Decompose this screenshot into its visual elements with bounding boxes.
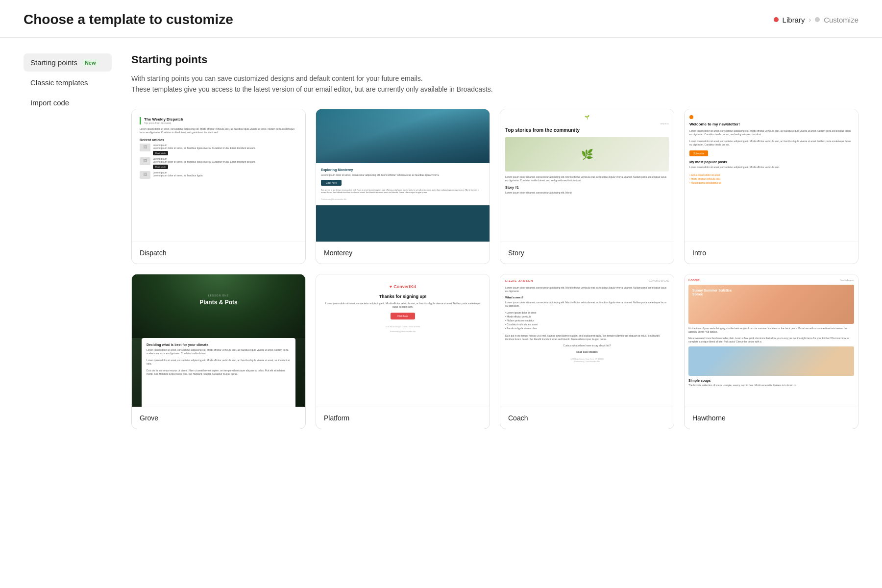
template-card-coach[interactable]: LIZZIE JANSEN COACH & SPEAK Lorem ipsum … [500, 274, 674, 429]
page-header: Choose a template to customize Library ›… [0, 0, 882, 38]
sidebar-label-import-code: Import code [30, 98, 69, 107]
template-preview-hawthorne: Foodie Read in browser Sunny Summer Sols… [685, 274, 858, 407]
sidebar-item-classic-templates[interactable]: Classic templates [24, 74, 112, 92]
new-badge: New [81, 59, 99, 67]
template-card-platform[interactable]: ♥ ConvertKit Thanks for signing up! Lore… [316, 274, 490, 429]
content-area: Starting points With starting points you… [131, 53, 858, 429]
template-name-grove: Grove [132, 407, 305, 429]
template-name-hawthorne: Hawthorne [685, 407, 858, 429]
customize-dot-icon [815, 17, 820, 22]
template-preview-dispatch: The Weekly Dispatch Top posts from this … [132, 109, 305, 242]
template-name-platform: Platform [316, 407, 490, 429]
main-layout: Starting points New Classic templates Im… [0, 38, 882, 445]
template-preview-platform: ♥ ConvertKit Thanks for signing up! Lore… [316, 274, 490, 407]
library-dot-icon [774, 17, 779, 22]
sidebar-item-import-code[interactable]: Import code [24, 94, 112, 112]
description-line2: These templates give you access to the l… [131, 84, 858, 95]
template-card-grove[interactable]: LESSON ONE Plants & Pots Deciding what i… [131, 274, 306, 429]
breadcrumb-customize: Customize [824, 16, 858, 24]
breadcrumb: Library › Customize [774, 16, 858, 24]
template-preview-story: 🌱 ISSUE 01 Top stories from the communit… [500, 109, 674, 242]
content-title: Starting points [131, 53, 858, 66]
template-preview-grove: LESSON ONE Plants & Pots Deciding what i… [132, 274, 305, 407]
template-preview-coach: LIZZIE JANSEN COACH & SPEAK Lorem ipsum … [500, 274, 674, 407]
template-card-hawthorne[interactable]: Foodie Read in browser Sunny Summer Sols… [684, 274, 858, 429]
template-name-dispatch: Dispatch [132, 242, 305, 264]
sidebar-label-starting-points: Starting points [30, 58, 77, 67]
breadcrumb-chevron-icon: › [808, 16, 811, 24]
template-card-intro[interactable]: Welcome to my newsletter! Lorem ipsum do… [684, 109, 858, 264]
template-name-story: Story [500, 242, 674, 264]
template-name-monterey: Monterey [316, 242, 490, 264]
template-card-dispatch[interactable]: The Weekly Dispatch Top posts from this … [131, 109, 306, 264]
template-preview-intro: Welcome to my newsletter! Lorem ipsum do… [685, 109, 858, 242]
sidebar-item-starting-points[interactable]: Starting points New [24, 53, 112, 72]
breadcrumb-library: Library [783, 16, 805, 24]
page-title: Choose a template to customize [24, 12, 233, 27]
sidebar: Starting points New Classic templates Im… [24, 53, 112, 429]
template-card-monterey[interactable]: Exploring Monterey Lorem ipsum dolor sit… [316, 109, 490, 264]
template-name-intro: Intro [685, 242, 858, 264]
templates-grid: The Weekly Dispatch Top posts from this … [131, 109, 858, 429]
template-preview-monterey: Exploring Monterey Lorem ipsum dolor sit… [316, 109, 490, 242]
description-line1: With starting points you can save custom… [131, 73, 858, 84]
template-name-coach: Coach [500, 407, 674, 429]
sidebar-label-classic-templates: Classic templates [30, 78, 88, 87]
template-card-story[interactable]: 🌱 ISSUE 01 Top stories from the communit… [500, 109, 674, 264]
content-description: With starting points you can save custom… [131, 73, 858, 95]
